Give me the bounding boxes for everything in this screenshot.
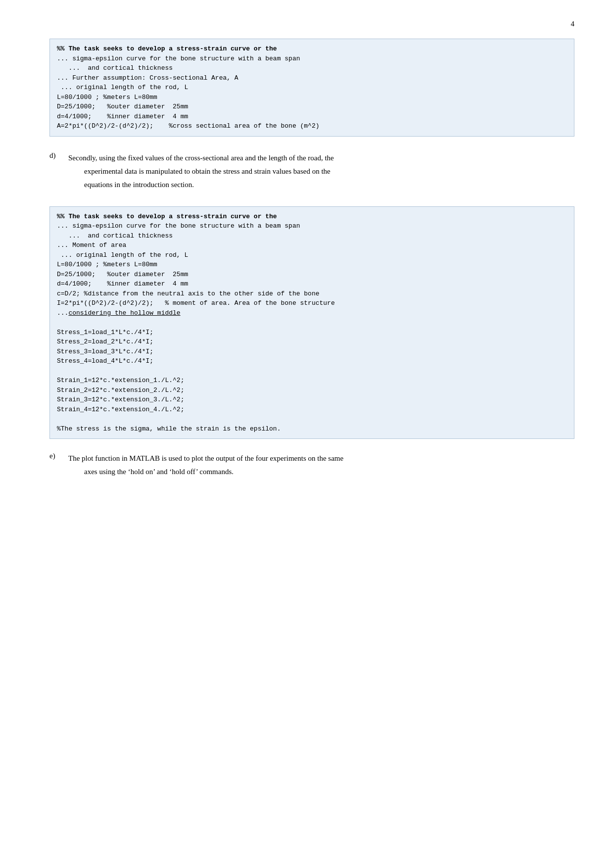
section-e-paragraph1: The plot function in MATLAB is used to p… [68,452,574,465]
section-d-label: d) [49,151,63,160]
section-e-paragraph2: axes using the ‘hold on’ and ‘hold off’ … [84,465,574,479]
page-number: 4 [571,20,575,28]
code-block-2: %% The task seeks to develop a stress-st… [49,206,574,439]
section-e: e) The plot function in MATLAB is used t… [49,452,574,479]
code2-line-1: %% The task seeks to develop a stress-st… [57,213,277,220]
section-d-paragraph3: equations in the introduction section. [84,178,574,192]
section-d: d) Secondly, using the fixed values of t… [49,151,574,197]
section-d-paragraph1: Secondly, using the fixed values of the … [68,151,574,165]
section-e-label: e) [49,452,63,460]
code-line-1: %% The task seeks to develop a stress-st… [57,45,277,52]
code-block-1: %% The task seeks to develop a stress-st… [49,39,574,137]
section-d-paragraph2: experimental data is manipulated to obta… [84,165,574,178]
